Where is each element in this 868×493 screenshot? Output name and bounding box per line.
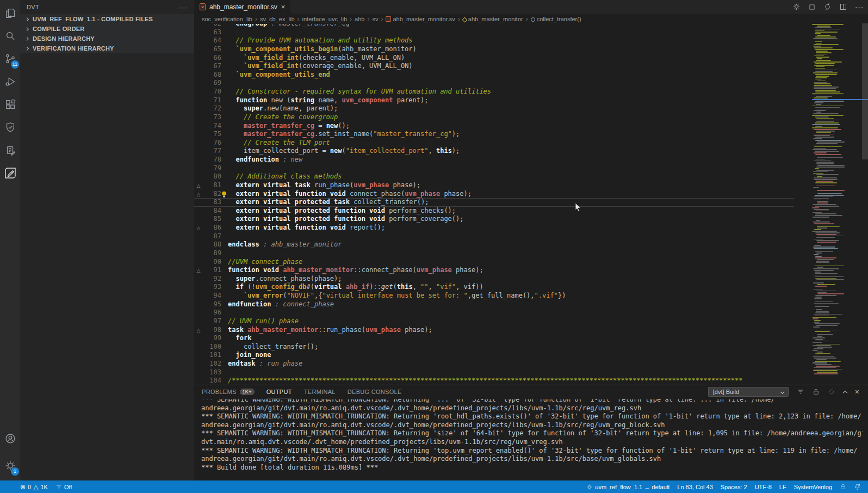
code-line-71[interactable]: 71 function new (string name, uvm_compon… (194, 96, 794, 105)
tab-ahb-master-monitor[interactable]: v ahb_master_monitor.sv × (194, 0, 290, 14)
code-line-79[interactable]: 79 (194, 164, 794, 173)
code-line-89[interactable]: 89 (194, 249, 794, 258)
tabs-lock-icon[interactable] (836, 480, 850, 493)
project-config-status[interactable]: uvm_ref_flow_1.1 → default (582, 480, 673, 493)
minimap-line (815, 256, 822, 257)
code-line-91[interactable]: △91function void ahb_master_monitor::con… (194, 266, 794, 275)
account-icon[interactable] (0, 428, 20, 449)
code-line-84[interactable]: 84 extern virtual protected function voi… (194, 207, 794, 215)
code-line-93[interactable]: 93 if (!uvm_config_db#(virtual ahb_if)::… (194, 283, 794, 292)
lock-icon[interactable] (813, 388, 820, 396)
sidebar-item-0[interactable]: UVM_REF_FLOW_1.1 - COMPILED FILES (20, 14, 194, 24)
source-control-icon[interactable]: 11 (0, 48, 20, 70)
code-line-81[interactable]: △81 extern virtual task run_phase(uvm_ph… (194, 181, 794, 190)
gear-icon[interactable] (792, 3, 801, 11)
code-line-94[interactable]: 94 `uvm_error("NOVIF",{"virtual interfac… (194, 292, 794, 300)
settings-gear-icon[interactable]: 1 (0, 455, 20, 477)
code-line-85[interactable]: 85 extern virtual protected function voi… (194, 215, 794, 224)
code-line-65[interactable]: 65 `uvm_component_utils_begin(ahb_master… (194, 45, 794, 54)
cursor-position-status[interactable]: Ln 83, Col 43 (673, 480, 716, 493)
breadcrumb-item-0[interactable]: soc_verification_lib (202, 16, 252, 22)
code-line-98[interactable]: △98task ahb_master_monitor::run_phase(uv… (194, 326, 794, 335)
code-line-96[interactable]: 96 (194, 309, 794, 317)
code-line-67[interactable]: 67 `uvm_field_int(coverage_enable, UVM_A… (194, 62, 794, 71)
code-line-104[interactable]: 104/************************************… (194, 377, 794, 385)
code-line-87[interactable]: 87 (194, 232, 794, 241)
tab-terminal[interactable]: TERMINAL (304, 385, 336, 398)
code-line-74[interactable]: 74 master_transfer_cg = new(); (194, 122, 794, 131)
sync-arrows-icon[interactable] (823, 3, 832, 11)
sidebar-item-3[interactable]: VERIFICATION HIERARCHY (20, 44, 194, 53)
code-line-63[interactable]: 63 (194, 28, 794, 37)
code-line-100[interactable]: 100 collect_transfer(); (194, 343, 794, 352)
code-line-102[interactable]: 102endtask : run_phase (194, 360, 794, 368)
indentation-status[interactable]: Spaces: 2 (717, 480, 751, 493)
sidebar-item-2[interactable]: DESIGN HIERARCHY (20, 34, 194, 44)
breadcrumb-item-5[interactable]: ahb_master_monitor.sv (386, 16, 455, 22)
dvt-edit-icon[interactable] (0, 162, 20, 184)
breadcrumb-item-2[interactable]: interface_uvc_lib (302, 16, 348, 22)
code-line-97[interactable]: 97// UVM run() phase (194, 317, 794, 326)
code-line-68[interactable]: 68 `uvm_component_utils_end (194, 71, 794, 79)
box-icon[interactable] (808, 3, 816, 11)
breadcrumb-item-6[interactable]: ahb_master_monitor (463, 16, 523, 22)
sidebar-more-actions-icon[interactable]: ··· (179, 3, 188, 11)
breadcrumb-item-4[interactable]: sv (372, 16, 378, 22)
code-line-75[interactable]: 75 master_transfer_cg.set_inst_name("mas… (194, 130, 794, 139)
sidebar-item-1[interactable]: COMPILE ORDER (20, 24, 194, 34)
code-line-76[interactable]: 76 // Create the TLM port (194, 139, 794, 147)
code-line-69[interactable]: 69 (194, 79, 794, 88)
breadcrumb-item-1[interactable]: sv_cb_ex_lib (260, 16, 295, 22)
maximize-panel-icon[interactable] (843, 390, 847, 395)
breadcrumb-separator: › (367, 15, 369, 23)
breadcrumb-item-3[interactable]: ahb (355, 16, 364, 22)
minimap-line (814, 239, 823, 240)
code-line-88[interactable]: 88endclass : ahb_master_monitor (194, 241, 794, 249)
code-line-103[interactable]: 103 (194, 368, 794, 377)
filter-lines-icon[interactable] (797, 388, 804, 396)
code-line-62[interactable]: 62 endgroup : master_transfer_cg (194, 24, 794, 28)
language-mode-status[interactable]: SystemVerilog (790, 480, 836, 493)
explorer-icon[interactable] (0, 2, 20, 24)
code-line-90[interactable]: 90//UVM connect_phase (194, 258, 794, 267)
extensions-icon[interactable] (0, 94, 20, 115)
tab-debug-console[interactable]: DEBUG CONSOLE (348, 385, 402, 398)
shield-check-icon[interactable] (0, 116, 20, 138)
tab-problems[interactable]: PROBLEMS 1K+ (202, 385, 255, 398)
code-line-73[interactable]: 73 // Create the covergroup (194, 113, 794, 122)
code-line-72[interactable]: 72 super.new(name, parent); (194, 104, 794, 113)
close-panel-icon[interactable]: × (855, 387, 859, 396)
eol-status[interactable]: LF (776, 480, 790, 493)
breadcrumb-item-7[interactable]: collect_transfer() (531, 16, 581, 22)
code-line-78[interactable]: 78 endfunction : new (194, 156, 794, 164)
requirements-icon[interactable] (0, 139, 20, 161)
code-line-80[interactable]: 80 // Additional class methods (194, 172, 794, 181)
search-icon[interactable] (0, 25, 20, 47)
code-line-95[interactable]: 95endfunction : connect_phase (194, 300, 794, 309)
code-line-77[interactable]: 77 item_collected_port = new("item_colle… (194, 147, 794, 156)
code-editor[interactable]: 62 endgroup : master_transfer_cg6364 // … (194, 24, 794, 385)
editor-scrollbar[interactable] (862, 23, 868, 159)
run-debug-icon[interactable] (0, 71, 20, 93)
tab-close-icon[interactable]: × (281, 3, 286, 11)
output-channel-select[interactable]: [dvt] Build (708, 387, 789, 397)
code-line-82[interactable]: △82 extern virtual function void connect… (194, 190, 794, 199)
code-line-83[interactable]: 83 extern virtual protected task collect… (194, 198, 794, 207)
filter-status[interactable]: Off (52, 480, 76, 493)
open-in-editor-icon[interactable] (828, 388, 835, 396)
code-line-66[interactable]: 66 `uvm_field_int(checks_enable, UVM_ALL… (194, 54, 794, 63)
code-line-70[interactable]: 70 // Constructor - required syntax for … (194, 88, 794, 96)
code-line-101[interactable]: 101 join_none (194, 351, 794, 360)
problems-status[interactable]: ⊗ 0 △ 1K (16, 480, 52, 493)
code-line-92[interactable]: 92 super.connect_phase(phase); (194, 275, 794, 284)
code-line-64[interactable]: 64 // Provide UVM automation and utility… (194, 36, 794, 45)
minimap[interactable] (812, 24, 845, 378)
code-line-99[interactable]: 99 fork (194, 334, 794, 343)
tab-output[interactable]: OUTPUT (266, 385, 292, 398)
minimap-line (817, 26, 831, 27)
split-editor-icon[interactable] (839, 3, 847, 11)
notifications-bell-icon[interactable] (850, 480, 865, 493)
code-line-86[interactable]: △86 extern virtual function void report(… (194, 224, 794, 232)
encoding-status[interactable]: UTF-8 (751, 480, 776, 493)
more-actions-icon[interactable]: ··· (855, 3, 864, 11)
